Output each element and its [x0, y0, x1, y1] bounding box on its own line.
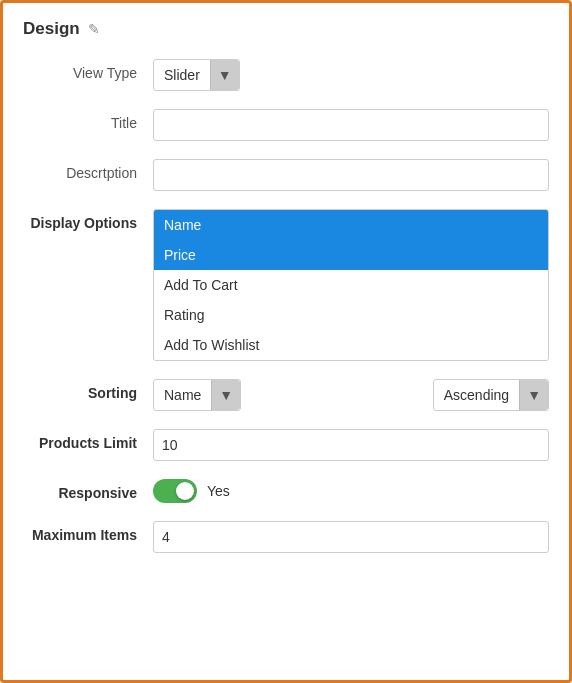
view-type-dropdown[interactable]: Slider ▼	[153, 59, 240, 91]
responsive-toggle-wrap: Yes	[153, 479, 549, 503]
title-input[interactable]	[153, 109, 549, 141]
view-type-control: Slider ▼	[153, 59, 549, 91]
sorting-label: Sorting	[23, 379, 153, 401]
products-limit-label: Products Limit	[23, 429, 153, 451]
panel-header: Design ✎	[23, 19, 549, 39]
responsive-label: Responsive	[23, 479, 153, 501]
sort-by-arrow: ▼	[211, 380, 240, 410]
responsive-row: Responsive Yes	[23, 479, 549, 503]
maximum-items-label: Maximum Items	[23, 521, 153, 543]
view-type-value: Slider	[154, 67, 210, 83]
display-options-control: NamePriceAdd To CartRatingAdd To Wishlis…	[153, 209, 549, 361]
description-input[interactable]	[153, 159, 549, 191]
display-option-item[interactable]: Rating	[154, 300, 548, 330]
responsive-toggle[interactable]	[153, 479, 197, 503]
title-control	[153, 109, 549, 141]
products-limit-control	[153, 429, 549, 461]
view-type-label: View Type	[23, 59, 153, 81]
edit-icon[interactable]: ✎	[88, 21, 100, 37]
sorting-control: Name ▼ Ascending ▼	[153, 379, 549, 411]
sort-by-dropdown[interactable]: Name ▼	[153, 379, 241, 411]
view-type-arrow: ▼	[210, 60, 239, 90]
sort-order-value: Ascending	[434, 387, 519, 403]
products-limit-row: Products Limit	[23, 429, 549, 461]
maximum-items-control	[153, 521, 549, 553]
display-options-label: Display Options	[23, 209, 153, 231]
display-option-item[interactable]: Add To Wishlist	[154, 330, 548, 360]
maximum-items-input[interactable]	[153, 521, 549, 553]
display-option-item[interactable]: Price	[154, 240, 548, 270]
responsive-control: Yes	[153, 479, 549, 503]
description-control	[153, 159, 549, 191]
panel-title: Design	[23, 19, 80, 39]
design-panel: Design ✎ View Type Slider ▼ Title Descrt…	[0, 0, 572, 683]
sort-by-value: Name	[154, 387, 211, 403]
toggle-slider	[153, 479, 197, 503]
description-row: Descrtption	[23, 159, 549, 191]
sorting-row: Sorting Name ▼ Ascending ▼	[23, 379, 549, 411]
display-options-row: Display Options NamePriceAdd To CartRati…	[23, 209, 549, 361]
title-row: Title	[23, 109, 549, 141]
display-option-item[interactable]: Add To Cart	[154, 270, 548, 300]
responsive-yes-label: Yes	[207, 483, 230, 499]
title-label: Title	[23, 109, 153, 131]
products-limit-input[interactable]	[153, 429, 549, 461]
sort-order-arrow: ▼	[519, 380, 548, 410]
maximum-items-row: Maximum Items	[23, 521, 549, 553]
view-type-row: View Type Slider ▼	[23, 59, 549, 91]
display-options-list: NamePriceAdd To CartRatingAdd To Wishlis…	[153, 209, 549, 361]
description-label: Descrtption	[23, 159, 153, 181]
display-option-item[interactable]: Name	[154, 210, 548, 240]
sort-order-dropdown[interactable]: Ascending ▼	[433, 379, 549, 411]
